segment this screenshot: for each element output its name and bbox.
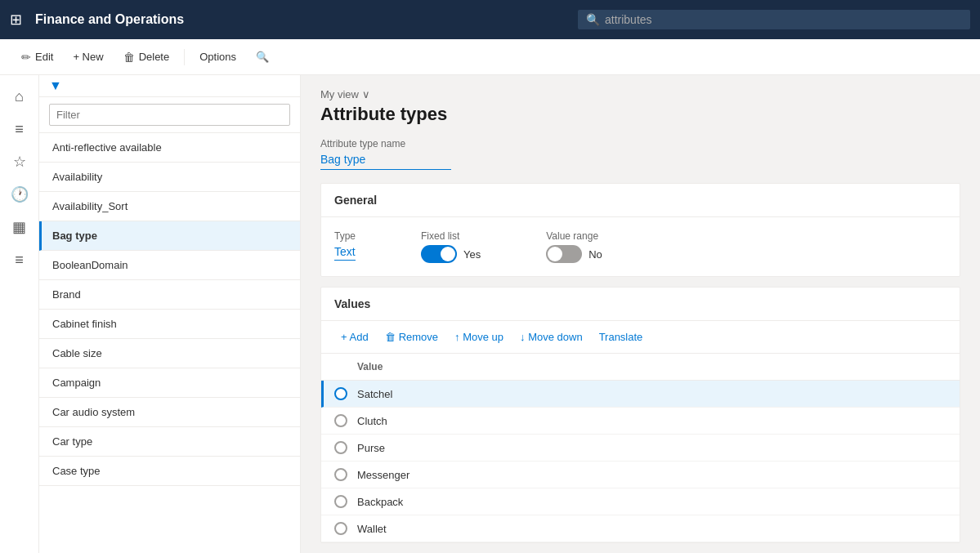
list-item[interactable]: Anti-reflective available: [39, 133, 300, 163]
attribute-type-name-value[interactable]: Bag type: [320, 153, 451, 170]
list-item[interactable]: Bag type: [39, 221, 300, 251]
list-item[interactable]: Brand: [39, 280, 300, 310]
toolbar-separator: [184, 49, 185, 65]
values-row[interactable]: Purse: [321, 435, 960, 462]
value-range-toggle-label: No: [588, 248, 602, 261]
list-item[interactable]: Car type: [39, 427, 300, 457]
type-value[interactable]: Text: [334, 245, 356, 261]
list-item[interactable]: Campaign: [39, 368, 300, 398]
new-button[interactable]: + New: [65, 46, 111, 68]
translate-button[interactable]: Translate: [593, 328, 650, 346]
list-item[interactable]: Availability: [39, 163, 300, 192]
value-radio: [334, 387, 347, 400]
list-item[interactable]: Cabinet finish: [39, 310, 300, 339]
values-row[interactable]: Wallet: [321, 515, 960, 542]
search-button[interactable]: 🔍: [248, 46, 277, 68]
values-row[interactable]: Satchel: [321, 381, 960, 408]
general-section: General Type Text Fixed list: [320, 183, 960, 277]
values-row[interactable]: Messenger: [321, 462, 960, 488]
value-radio: [334, 522, 347, 535]
main-layout: ⌂ ≡ ☆ 🕐 ▦ ≡ ▼ Anti-reflective availableA…: [0, 75, 980, 553]
values-row[interactable]: Backpack: [321, 488, 960, 515]
options-button[interactable]: Options: [191, 46, 244, 68]
value-column-header: Value: [357, 361, 383, 372]
recent-icon[interactable]: 🕐: [5, 180, 34, 209]
fixed-list-toggle-thumb: [441, 247, 455, 261]
value-range-label: Value range: [546, 230, 602, 242]
remove-icon: 🗑: [385, 331, 396, 343]
general-row: Type Text Fixed list Yes: [334, 230, 946, 263]
list-filter-container: [39, 97, 300, 133]
sidebar-icons: ⌂ ≡ ☆ 🕐 ▦ ≡: [0, 75, 39, 553]
toolbar: ✏ Edit + New 🗑 Delete Options 🔍: [0, 39, 980, 75]
attribute-type-name-group: Attribute type name Bag type: [320, 138, 960, 170]
filter-row: ▼: [39, 75, 300, 97]
move-up-button[interactable]: ↑ Move up: [448, 328, 510, 346]
search-icon: 🔍: [586, 13, 600, 26]
workspace-icon[interactable]: ▦: [5, 212, 34, 242]
global-search[interactable]: 🔍: [578, 10, 970, 29]
filter-icon: ▼: [49, 78, 62, 93]
delete-button[interactable]: 🗑 Delete: [115, 46, 178, 69]
fixed-list-toggle-group: Yes: [421, 245, 481, 263]
value-range-toggle-group: No: [546, 245, 602, 263]
values-table: SatchelClutchPurseMessengerBackpackWalle…: [321, 381, 960, 542]
top-bar: ⊞ Finance and Operations 🔍: [0, 0, 980, 39]
remove-button[interactable]: 🗑 Remove: [378, 328, 445, 346]
value-radio: [334, 414, 347, 427]
value-text: Purse: [357, 442, 385, 454]
value-radio: [334, 441, 347, 454]
fixed-list-toggle-label: Yes: [463, 248, 481, 261]
list-filter-input[interactable]: [49, 104, 290, 126]
value-range-toggle-thumb: [548, 247, 562, 261]
type-field: Type Text: [334, 230, 356, 261]
edit-icon: ✏: [21, 51, 31, 64]
home-icon[interactable]: ⌂: [5, 82, 34, 111]
value-text: Clutch: [357, 415, 387, 427]
add-button[interactable]: + Add: [334, 328, 375, 346]
fixed-list-toggle[interactable]: [421, 245, 457, 263]
values-section-header: Values: [321, 288, 960, 321]
fixed-list-field: Fixed list Yes: [421, 230, 481, 263]
list-item[interactable]: Case type: [39, 457, 300, 486]
search-input[interactable]: [605, 13, 962, 26]
attribute-type-name-label: Attribute type name: [320, 138, 960, 149]
value-radio: [334, 468, 347, 481]
list-item[interactable]: Car audio system: [39, 398, 300, 427]
list-items: Anti-reflective availableAvailabilityAva…: [39, 133, 300, 553]
list-item[interactable]: Cable size: [39, 339, 300, 368]
type-label: Type: [334, 230, 356, 242]
page-title: Attribute types: [320, 104, 960, 125]
app-title: Finance and Operations: [35, 12, 568, 27]
grid-icon[interactable]: ⊞: [10, 11, 22, 29]
value-text: Satchel: [357, 388, 392, 400]
fixed-list-label: Fixed list: [421, 230, 481, 242]
value-text: Wallet: [357, 523, 387, 535]
content-panel: My view ∨ Attribute types Attribute type…: [301, 75, 980, 553]
edit-button[interactable]: ✏ Edit: [13, 46, 61, 69]
delete-icon: 🗑: [123, 51, 135, 64]
value-radio: [334, 495, 347, 508]
list-item[interactable]: Availability_Sort: [39, 192, 300, 221]
chevron-down-icon: ∨: [362, 88, 370, 100]
value-range-toggle[interactable]: [546, 245, 582, 263]
view-label: My view: [320, 88, 359, 100]
values-table-header: Value: [321, 354, 960, 381]
general-section-header: General: [321, 184, 960, 217]
general-section-body: Type Text Fixed list Yes: [321, 217, 960, 276]
move-down-button[interactable]: ↓ Move down: [513, 328, 589, 346]
list-icon[interactable]: ≡: [5, 245, 34, 274]
values-section: Values + Add 🗑 Remove ↑ Move up ↓ Move d…: [320, 287, 960, 543]
values-row[interactable]: Clutch: [321, 408, 960, 435]
menu-icon[interactable]: ≡: [5, 114, 34, 144]
list-item[interactable]: BooleanDomain: [39, 251, 300, 280]
view-selector[interactable]: My view ∨: [320, 88, 960, 100]
favorites-icon[interactable]: ☆: [5, 147, 34, 176]
search-icon-toolbar: 🔍: [256, 51, 269, 63]
list-panel: ▼ Anti-reflective availableAvailabilityA…: [39, 75, 301, 553]
value-text: Messenger: [357, 469, 409, 481]
value-text: Backpack: [357, 496, 403, 508]
values-toolbar: + Add 🗑 Remove ↑ Move up ↓ Move down Tra…: [321, 321, 960, 354]
value-range-field: Value range No: [546, 230, 602, 263]
